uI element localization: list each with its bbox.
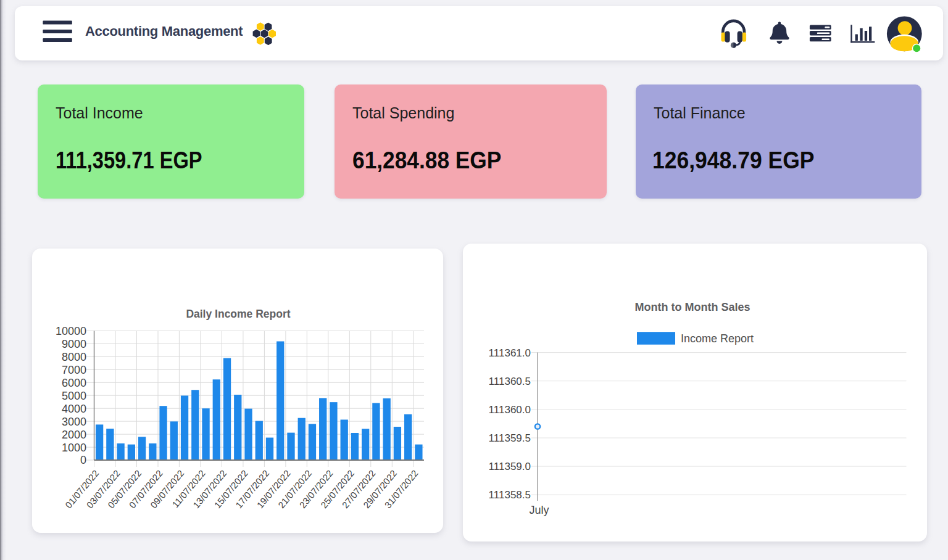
svg-text:July: July [529, 504, 549, 516]
svg-text:111361.0: 111361.0 [489, 347, 531, 359]
svg-text:3000: 3000 [62, 416, 86, 428]
svg-text:111359.0: 111359.0 [489, 461, 531, 472]
svg-text:8000: 8000 [62, 351, 86, 363]
svg-text:4000: 4000 [62, 403, 86, 415]
svg-text:111360.5: 111360.5 [489, 376, 531, 387]
svg-text:10000: 10000 [56, 325, 86, 337]
svg-text:7000: 7000 [62, 364, 86, 376]
svg-text:Income Report: Income Report [681, 332, 754, 345]
svg-text:111360.0: 111360.0 [489, 404, 531, 416]
svg-text:Month to Month Sales: Month to Month Sales [635, 301, 750, 313]
svg-text:0: 0 [80, 454, 86, 466]
svg-text:6000: 6000 [62, 377, 86, 389]
svg-text:5000: 5000 [62, 390, 86, 402]
svg-text:111358.5: 111358.5 [489, 489, 531, 501]
svg-text:Daily Income Report: Daily Income Report [186, 308, 290, 320]
svg-text:1000: 1000 [62, 442, 86, 454]
svg-text:2000: 2000 [62, 429, 86, 441]
svg-text:9000: 9000 [62, 338, 86, 350]
svg-text:111359.5: 111359.5 [489, 432, 531, 444]
